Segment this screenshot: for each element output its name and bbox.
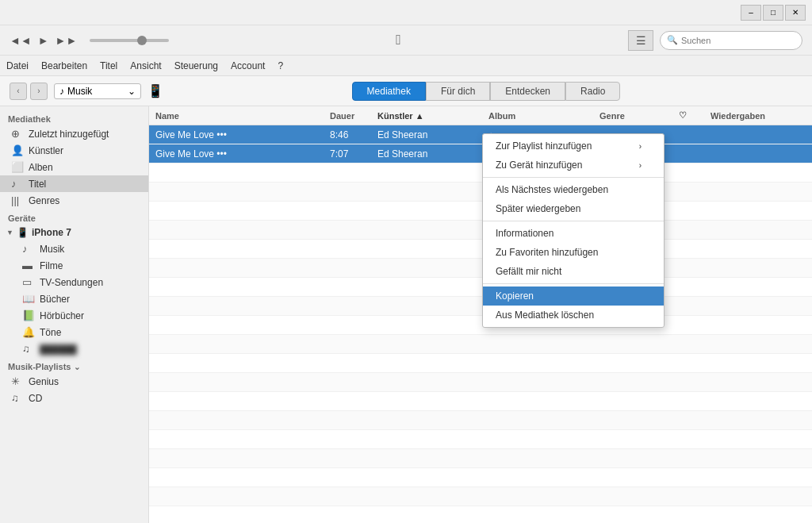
- iphone-header[interactable]: ▼ 📱 iPhone 7: [0, 225, 148, 240]
- sidebar-item-genres[interactable]: ||| Genres: [0, 192, 148, 209]
- submenu-arrow-icon: ›: [639, 161, 642, 170]
- sidebar-label-titel: Titel: [29, 179, 46, 190]
- sidebar-item-musik[interactable]: ♪ Musik: [0, 240, 148, 257]
- source-dropdown-icon: ⌄: [128, 86, 136, 97]
- cm-aus-mediathek[interactable]: Aus Mediathek löschen: [483, 306, 664, 325]
- col-album[interactable]: Album: [482, 111, 593, 121]
- menu-account[interactable]: Account: [231, 60, 265, 71]
- col-wiedergaben[interactable]: Wiedergaben: [704, 111, 783, 121]
- nav-arrows: ‹ ›: [10, 83, 48, 100]
- sidebar-label-cd: CD: [29, 393, 42, 404]
- table-row-empty[interactable]: [149, 240, 812, 259]
- menu-help[interactable]: ?: [278, 60, 283, 71]
- tab-entdecken[interactable]: Entdecken: [490, 82, 565, 101]
- table-row-empty[interactable]: [149, 487, 812, 506]
- title-bar: – □ ✕: [0, 0, 812, 25]
- context-menu: Zur Playlist hinzufügen › Zu Gerät hinzu…: [482, 133, 665, 328]
- sidebar-item-blurred[interactable]: ♫ ██████: [0, 340, 148, 357]
- sidebar-item-alben[interactable]: ⬜ Alben: [0, 159, 148, 175]
- tab-fuer-dich[interactable]: Für dich: [426, 82, 490, 101]
- cm-zur-playlist[interactable]: Zur Playlist hinzufügen ›: [483, 137, 664, 156]
- cm-informationen[interactable]: Informationen: [483, 224, 664, 243]
- minimize-button[interactable]: –: [741, 5, 761, 21]
- table-row-empty[interactable]: [149, 506, 812, 523]
- sidebar-item-hoerbuecher[interactable]: 📗 Hörbücher: [0, 307, 148, 324]
- menu-datei[interactable]: Datei: [6, 60, 29, 71]
- nav-back-button[interactable]: ‹: [10, 83, 27, 100]
- hoerbuecher-icon: 📗: [22, 310, 35, 321]
- table-row-empty[interactable]: [149, 354, 812, 373]
- table-row[interactable]: Give Me Love ••• 8:46 Ed Sheeran +: [149, 125, 812, 144]
- menu-titel[interactable]: Titel: [100, 60, 117, 71]
- sidebar-label-genres: Genres: [29, 195, 59, 206]
- sidebar-label-tv: TV-Sendungen: [40, 277, 103, 288]
- sidebar-item-genius[interactable]: ✳ Genius: [0, 373, 148, 390]
- cm-zu-geraet[interactable]: Zu Gerät hinzufügen ›: [483, 156, 664, 175]
- table-row-empty[interactable]: [149, 392, 812, 411]
- table-row-empty[interactable]: [149, 411, 812, 430]
- titel-icon: ♪: [11, 178, 24, 190]
- mediathek-label: Mediathek: [0, 110, 148, 125]
- table-row[interactable]: Give Me Love ••• 7:07 Ed Sheeran +: [149, 144, 812, 163]
- tab-mediathek[interactable]: Mediathek: [352, 82, 426, 101]
- table-row-empty[interactable]: [149, 335, 812, 354]
- forward-button[interactable]: ►►: [56, 34, 78, 47]
- table-row-empty[interactable]: [149, 278, 812, 297]
- nav-forward-button[interactable]: ›: [30, 83, 48, 100]
- table-row-empty[interactable]: [149, 316, 812, 335]
- sidebar-item-zuletzt[interactable]: ⊕ Zuletzt hinzugefügt: [0, 125, 148, 142]
- blurred-icon: ♫: [22, 343, 35, 355]
- expand-icon: ▼: [6, 229, 13, 237]
- progress-slider[interactable]: [90, 39, 169, 42]
- cm-kopieren[interactable]: Kopieren: [483, 286, 664, 306]
- cm-zu-favoriten[interactable]: Zu Favoriten hinzufügen: [483, 243, 664, 262]
- sidebar-item-cd[interactable]: ♫ CD: [0, 390, 148, 406]
- table-row-empty[interactable]: [149, 468, 812, 487]
- cm-gefaellt-nicht[interactable]: Gefällt mir nicht: [483, 262, 664, 281]
- tab-group: Mediathek Für dich Entdecken Radio: [170, 82, 802, 101]
- rewind-button[interactable]: ◄◄: [10, 34, 32, 47]
- table-row-empty[interactable]: [149, 221, 812, 240]
- content-area: Name Dauer Künstler ▲ Album Genre ♡ Wied…: [149, 106, 812, 523]
- sidebar-item-buecher[interactable]: 📖 Bücher: [0, 290, 148, 307]
- table-row-empty[interactable]: [149, 183, 812, 202]
- filme-icon: ▬: [22, 260, 35, 271]
- table-row-empty[interactable]: [149, 297, 812, 316]
- submenu-arrow-icon: ›: [639, 142, 642, 151]
- sidebar-label-genius: Genius: [29, 376, 59, 387]
- maximize-button[interactable]: □: [763, 5, 783, 21]
- source-selector[interactable]: ♪ Musik ⌄: [54, 83, 141, 99]
- table-row-empty[interactable]: [149, 449, 812, 468]
- menu-bearbeiten[interactable]: Bearbeiten: [41, 60, 87, 71]
- cm-separator: [483, 221, 664, 221]
- close-button[interactable]: ✕: [785, 5, 806, 21]
- col-herz[interactable]: ♡: [672, 110, 704, 121]
- search-box[interactable]: 🔍: [660, 31, 802, 50]
- menu-ansicht[interactable]: Ansicht: [130, 60, 161, 71]
- col-kuenstler[interactable]: Künstler ▲: [371, 111, 482, 121]
- play-button[interactable]: ►: [38, 34, 49, 47]
- table-row-empty[interactable]: [149, 259, 812, 278]
- tv-icon: ▭: [22, 276, 35, 288]
- cm-spaeter[interactable]: Später wiedergeben: [483, 199, 664, 218]
- sidebar-item-kuenstler[interactable]: 👤 Künstler: [0, 142, 148, 159]
- sidebar-item-tv[interactable]: ▭ TV-Sendungen: [0, 274, 148, 290]
- sidebar-item-filme[interactable]: ▬ Filme: [0, 257, 148, 274]
- tab-radio[interactable]: Radio: [565, 82, 620, 101]
- progress-thumb: [137, 36, 147, 45]
- sidebar-item-toene[interactable]: 🔔 Töne: [0, 324, 148, 340]
- search-input[interactable]: [681, 36, 784, 45]
- col-dauer[interactable]: Dauer: [324, 111, 371, 121]
- list-view-button[interactable]: ☰: [628, 30, 653, 51]
- table-row-empty[interactable]: [149, 202, 812, 221]
- col-name[interactable]: Name: [149, 111, 324, 121]
- cm-als-naechstes[interactable]: Als Nächstes wiedergeben: [483, 180, 664, 199]
- nav-bar: ‹ › ♪ Musik ⌄ 📱 Mediathek Für dich Entde…: [0, 76, 812, 106]
- table-row-empty[interactable]: [149, 430, 812, 449]
- sidebar-item-titel[interactable]: ♪ Titel: [0, 175, 148, 192]
- menu-steuerung[interactable]: Steuerung: [174, 60, 218, 71]
- col-genre[interactable]: Genre: [593, 111, 672, 121]
- search-icon: 🔍: [667, 35, 678, 45]
- table-row-empty[interactable]: [149, 163, 812, 183]
- table-row-empty[interactable]: [149, 373, 812, 392]
